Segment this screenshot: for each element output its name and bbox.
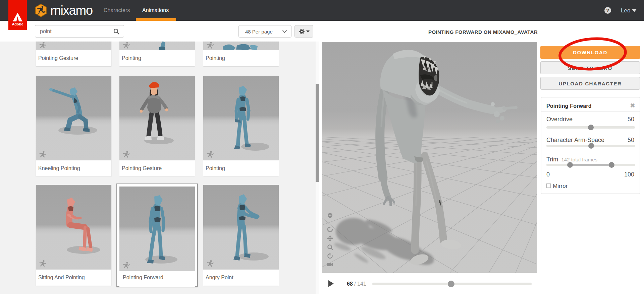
svg-text:Adobe: Adobe (12, 22, 23, 26)
